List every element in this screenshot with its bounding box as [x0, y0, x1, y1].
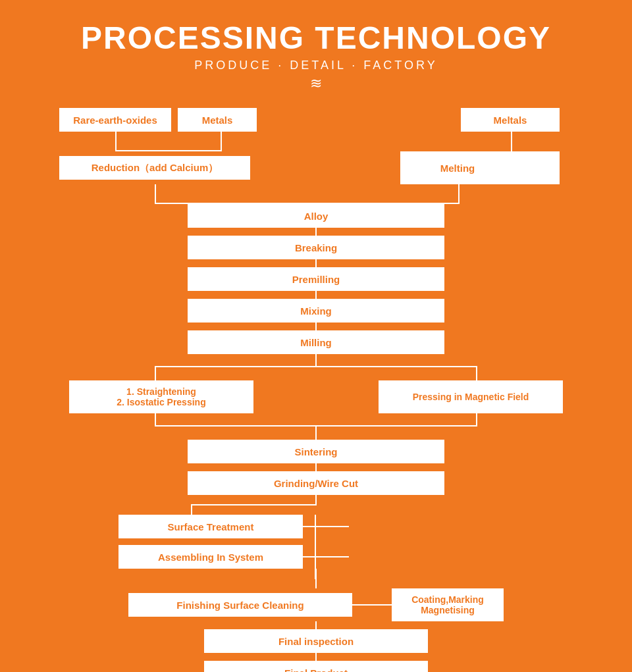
diagram: Rare-earth-oxides Metals Meltals Reducti…	[20, 108, 612, 672]
alloy-box: Alloy	[188, 204, 444, 228]
milling-box: Milling	[188, 330, 444, 354]
breaking-box: Breaking	[188, 236, 444, 259]
rare-earth-box: Rare-earth-oxides	[59, 108, 171, 132]
alloy-row: Alloy	[20, 204, 612, 228]
surface-box: Surface Treatment	[118, 515, 303, 538]
page-title: PROCESSING TECHNOLOGY	[81, 20, 551, 56]
metals-box: Metals	[178, 108, 257, 132]
straightening-box: 1. Straightening 2. Isostatic Pressing	[69, 380, 253, 413]
pressing-box: Pressing in Magnetic Field	[379, 380, 563, 413]
sintering-box: Sintering	[188, 440, 444, 463]
melting-box: Melting	[400, 151, 560, 184]
final-inspection-box: Final inspection	[204, 629, 428, 653]
final-product-box: Final Product	[204, 661, 428, 672]
meltals-box: Meltals	[461, 108, 560, 132]
grinding-box: Grinding/Wire Cut	[188, 471, 444, 495]
reduction-box: Reduction（add Calcium）	[59, 156, 250, 180]
page: PROCESSING TECHNOLOGY PRODUCE · DETAIL ·…	[0, 0, 632, 672]
mixing-box: Mixing	[188, 299, 444, 323]
wavy-decoration: ≋	[310, 75, 322, 92]
finishing-box: Finishing Surface Cleaning	[128, 593, 352, 617]
coating-box: Coating,Marking Magnetising	[392, 588, 504, 621]
premilling-box: Premilling	[188, 267, 444, 291]
assembling-box: Assembling In System	[118, 545, 303, 569]
page-subtitle: PRODUCE · DETAIL · FACTORY	[194, 59, 437, 72]
